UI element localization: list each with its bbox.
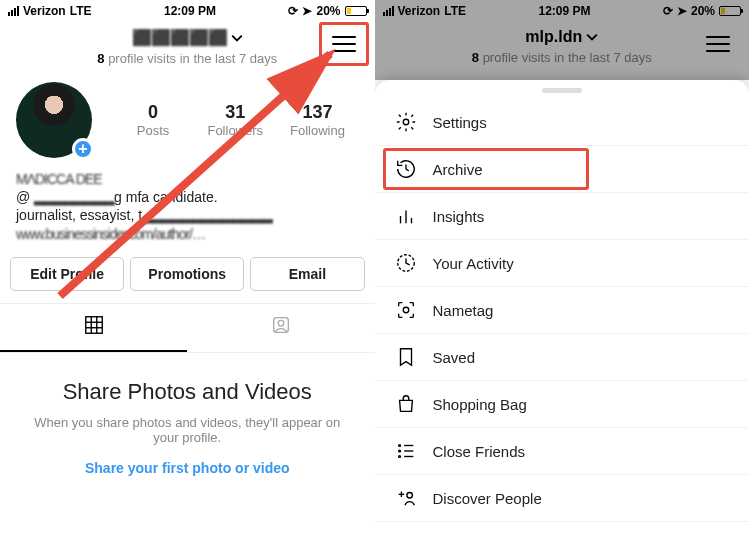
clock: 12:09 PM xyxy=(91,4,288,18)
stat-followers[interactable]: 31 Followers xyxy=(194,102,276,138)
menu-label: Close Friends xyxy=(433,443,526,460)
menu-item-archive[interactable]: Archive xyxy=(375,146,750,193)
avatar[interactable]: + xyxy=(16,82,92,158)
menu-item-settings[interactable]: Settings xyxy=(375,99,750,146)
hamburger-icon xyxy=(706,36,730,52)
svg-point-8 xyxy=(403,119,409,125)
status-bar: Verizon LTE 12:09 PM ⟳ ➤ 20% xyxy=(0,0,375,20)
right-screenshot: Verizon LTE 12:09 PM ⟳ ➤ 20% mlp.ldn 8 p… xyxy=(375,0,750,544)
empty-body: When you share photos and videos, they'l… xyxy=(20,415,355,445)
profile-tabs xyxy=(0,303,375,353)
menu-item-saved[interactable]: Saved xyxy=(375,334,750,381)
menu-label: Insights xyxy=(433,208,485,225)
menu-label: Nametag xyxy=(433,302,494,319)
profile-visits-text: 8 profile visits in the last 7 days xyxy=(0,51,375,66)
profile-action-buttons: Edit Profile Promotions Email xyxy=(0,251,375,297)
profile-visits-text: 8 profile visits in the last 7 days xyxy=(375,50,750,65)
battery-percent: 20% xyxy=(691,4,715,18)
tab-grid[interactable] xyxy=(0,304,187,352)
menu-label: Archive xyxy=(433,161,483,178)
menu-item-shopping-bag[interactable]: Shopping Bag xyxy=(375,381,750,428)
menu-button[interactable] xyxy=(697,26,739,62)
sheet-grabber[interactable] xyxy=(542,88,582,93)
menu-item-your-activity[interactable]: Your Activity xyxy=(375,240,750,287)
archive-icon xyxy=(395,158,417,180)
left-screenshot: Verizon LTE 12:09 PM ⟳ ➤ 20% ⬛⬛⬛⬛⬛ 8 pro… xyxy=(0,0,375,544)
menu-item-discover-people[interactable]: Discover People xyxy=(375,475,750,522)
battery-icon xyxy=(719,6,741,16)
svg-point-6 xyxy=(278,320,284,326)
carrier-label: Verizon xyxy=(398,4,441,18)
clock: 12:09 PM xyxy=(466,4,663,18)
shopping-bag-icon xyxy=(395,393,417,415)
location-icon: ➤ xyxy=(677,4,687,18)
insights-icon xyxy=(395,205,417,227)
location-icon: ➤ xyxy=(302,4,312,18)
svg-rect-0 xyxy=(85,317,102,334)
chevron-down-icon xyxy=(231,32,243,44)
username-dropdown[interactable]: ⬛⬛⬛⬛⬛ xyxy=(132,28,243,47)
edit-profile-button[interactable]: Edit Profile xyxy=(10,257,124,291)
profile-bio: MΛDICCA DEE @ ▂▂▂▂▂▂▂▂g mfa candidate. j… xyxy=(0,166,375,251)
email-button[interactable]: Email xyxy=(250,257,364,291)
svg-point-22 xyxy=(406,493,412,499)
tagged-icon xyxy=(270,314,292,336)
carrier-label: Verizon xyxy=(23,4,66,18)
share-first-link[interactable]: Share your first photo or video xyxy=(85,460,290,476)
promotions-button[interactable]: Promotions xyxy=(130,257,244,291)
menu-label: Shopping Bag xyxy=(433,396,527,413)
bookmark-icon xyxy=(395,346,417,368)
menu-label: Discover People xyxy=(433,490,542,507)
bio-link[interactable]: www.businessinsider.com/author/… xyxy=(16,226,205,242)
username-dropdown[interactable]: mlp.ldn xyxy=(525,28,598,46)
svg-point-15 xyxy=(398,450,400,452)
options-bottom-sheet: Settings Archive Insights Your Activity … xyxy=(375,80,750,544)
stat-posts[interactable]: 0 Posts xyxy=(112,102,194,138)
hamburger-icon xyxy=(332,36,356,52)
tab-tagged[interactable] xyxy=(187,304,374,352)
menu-label: Saved xyxy=(433,349,476,366)
menu-button[interactable] xyxy=(323,26,365,62)
nametag-icon xyxy=(395,299,417,321)
menu-item-insights[interactable]: Insights xyxy=(375,193,750,240)
svg-point-16 xyxy=(398,456,400,458)
sync-icon: ⟳ xyxy=(288,4,298,18)
signal-icon xyxy=(383,6,394,16)
list-icon xyxy=(395,440,417,462)
menu-item-close-friends[interactable]: Close Friends xyxy=(375,428,750,475)
svg-point-13 xyxy=(403,307,409,313)
activity-icon xyxy=(395,252,417,274)
menu-item-nametag[interactable]: Nametag xyxy=(375,287,750,334)
network-label: LTE xyxy=(444,4,466,18)
network-label: LTE xyxy=(70,4,92,18)
battery-icon xyxy=(345,6,367,16)
add-story-icon[interactable]: + xyxy=(72,138,94,160)
gear-icon xyxy=(395,111,417,133)
profile-stats-row: + 0 Posts 31 Followers 137 Following xyxy=(0,70,375,166)
sync-icon: ⟳ xyxy=(663,4,673,18)
discover-people-icon xyxy=(395,487,417,509)
battery-percent: 20% xyxy=(316,4,340,18)
empty-title: Share Photos and Videos xyxy=(20,379,355,405)
profile-header: mlp.ldn 8 profile visits in the last 7 d… xyxy=(375,20,750,69)
profile-header: ⬛⬛⬛⬛⬛ 8 profile visits in the last 7 day… xyxy=(0,20,375,70)
menu-label: Your Activity xyxy=(433,255,514,272)
grid-icon xyxy=(83,314,105,336)
chevron-down-icon xyxy=(586,31,598,43)
stat-following[interactable]: 137 Following xyxy=(276,102,358,138)
menu-label: Settings xyxy=(433,114,487,131)
svg-point-14 xyxy=(398,445,400,447)
empty-state: Share Photos and Videos When you share p… xyxy=(0,353,375,503)
status-bar: Verizon LTE 12:09 PM ⟳ ➤ 20% xyxy=(375,0,750,20)
signal-icon xyxy=(8,6,19,16)
